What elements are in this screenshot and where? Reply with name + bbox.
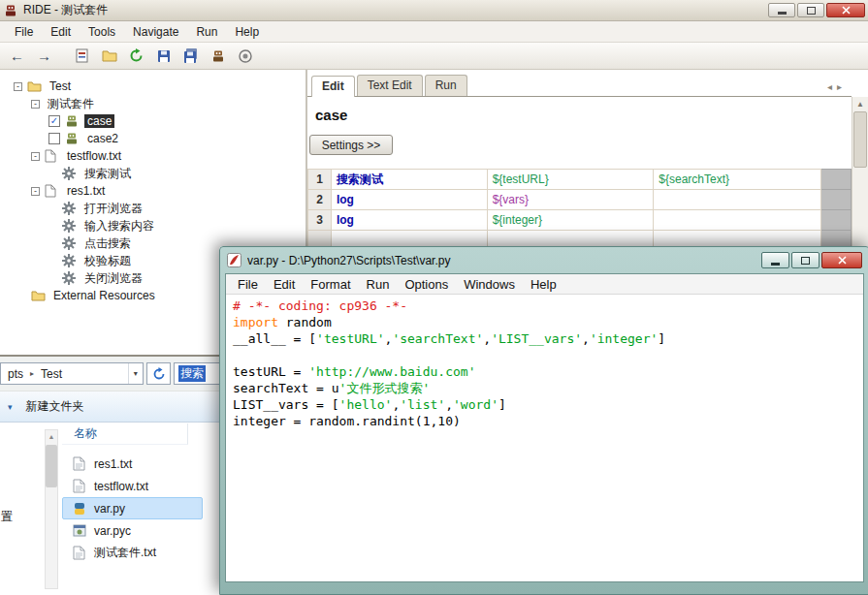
- collapse-icon[interactable]: -: [31, 187, 40, 196]
- file-item[interactable]: 测试套件.txt: [62, 542, 203, 564]
- file-item-selected[interactable]: var.py: [62, 497, 203, 519]
- resource-file-icon: [45, 149, 60, 164]
- menu-edit[interactable]: Edit: [42, 23, 80, 41]
- scroll-up-icon[interactable]: ▲: [852, 97, 868, 110]
- tree-item-testflow[interactable]: - testflow.txt: [0, 147, 305, 165]
- grid-cell-argument[interactable]: ${integer}: [487, 210, 654, 231]
- grid-cell-argument[interactable]: ${searchText}: [654, 170, 821, 190]
- tree-item-keyword[interactable]: 输入搜索内容: [0, 217, 305, 235]
- ride-app-icon: [4, 4, 17, 17]
- ride-titlebar[interactable]: RIDE - 测试套件: [0, 0, 868, 21]
- forward-button[interactable]: →: [32, 46, 56, 67]
- address-breadcrumb[interactable]: pts ▸ Test ▾: [0, 362, 144, 385]
- breadcrumb-segment[interactable]: Test: [34, 367, 69, 381]
- tree-item-label: 搜索测试: [81, 166, 134, 182]
- collapse-icon[interactable]: -: [31, 152, 40, 161]
- column-header-name[interactable]: 名称: [62, 423, 188, 445]
- close-button[interactable]: [826, 3, 865, 17]
- close-button[interactable]: [821, 252, 862, 268]
- collapse-icon[interactable]: -: [31, 100, 40, 109]
- tree-item-case[interactable]: ✓ case: [0, 112, 305, 130]
- save-button[interactable]: [151, 46, 176, 67]
- menu-format[interactable]: Format: [303, 277, 358, 292]
- tree-item-res1[interactable]: - res1.txt: [0, 182, 305, 200]
- minimize-button[interactable]: [768, 3, 795, 17]
- grid-cell-keyword[interactable]: log: [331, 190, 487, 210]
- idle-titlebar[interactable]: var.py - D:\Python27\Scripts\Test\var.py: [225, 247, 864, 273]
- refresh-button[interactable]: [146, 362, 171, 385]
- scroll-up-icon[interactable]: ▲: [46, 430, 57, 443]
- minimize-icon: [771, 263, 780, 266]
- checkbox-checked[interactable]: ✓: [48, 115, 60, 127]
- grid-row-1: 1 搜索测试 ${testURL} ${searchText}: [308, 170, 852, 190]
- nav-scrollbar[interactable]: ▲: [45, 429, 58, 589]
- scrollbar-thumb[interactable]: [853, 111, 867, 168]
- tree-item-case2[interactable]: case2: [0, 130, 305, 147]
- folder-icon: [27, 79, 43, 94]
- new-folder-button[interactable]: 新建文件夹: [26, 398, 84, 415]
- report-button[interactable]: [70, 46, 94, 67]
- grid-cell-empty[interactable]: [654, 190, 821, 210]
- row-number[interactable]: 1: [308, 170, 332, 190]
- run-robot-button[interactable]: [206, 46, 230, 67]
- code-editor[interactable]: # -*- coding: cp936 -*- import random __…: [226, 295, 863, 581]
- row-number[interactable]: 2: [308, 190, 332, 210]
- file-item[interactable]: res1.txt: [62, 453, 203, 475]
- open-button[interactable]: [97, 46, 121, 67]
- folder-icon: [31, 289, 47, 303]
- search-input[interactable]: 搜索: [174, 362, 224, 385]
- nav-item-fragment: 置: [1, 509, 13, 525]
- menu-run[interactable]: Run: [187, 23, 226, 41]
- menu-run[interactable]: Run: [359, 277, 398, 292]
- menu-edit[interactable]: Edit: [266, 277, 303, 292]
- save-all-button[interactable]: [178, 46, 203, 67]
- file-item[interactable]: var.pyc: [62, 519, 203, 542]
- breadcrumb-segment[interactable]: pts: [1, 367, 30, 381]
- record-button[interactable]: [233, 46, 257, 67]
- menu-options[interactable]: Options: [397, 277, 456, 292]
- grid-cell-empty[interactable]: [654, 210, 821, 231]
- reload-button[interactable]: [124, 46, 148, 67]
- idle-window: var.py - D:\Python27\Scripts\Test\var.py…: [219, 246, 868, 595]
- address-dropdown-icon[interactable]: ▾: [128, 363, 143, 384]
- maximize-button[interactable]: [797, 3, 824, 17]
- menu-windows[interactable]: Windows: [456, 277, 523, 292]
- gear-icon: [62, 202, 78, 216]
- menu-help[interactable]: Help: [523, 277, 564, 292]
- menu-navigate[interactable]: Navigate: [124, 23, 187, 41]
- tab-scroll-arrows[interactable]: ◂▸: [827, 81, 847, 92]
- grid-cell-argument[interactable]: ${vars}: [487, 190, 654, 210]
- grid-gray-area: [821, 170, 852, 190]
- grid-cell-argument[interactable]: ${testURL}: [487, 170, 654, 190]
- grid-cell-keyword[interactable]: log: [331, 210, 487, 231]
- maximize-button[interactable]: [791, 252, 820, 268]
- settings-button[interactable]: Settings >>: [309, 135, 393, 155]
- menu-file[interactable]: File: [230, 277, 266, 292]
- file-item[interactable]: testflow.txt: [62, 475, 203, 497]
- minimize-button[interactable]: [761, 252, 789, 268]
- window-title: RIDE - 测试套件: [23, 2, 766, 18]
- tree-item-keyword[interactable]: 打开浏览器: [0, 200, 305, 217]
- back-arrow-icon: ←: [10, 47, 24, 64]
- compiled-python-file-icon: [73, 523, 88, 539]
- menu-help[interactable]: Help: [226, 23, 268, 41]
- collapse-icon[interactable]: -: [14, 82, 22, 91]
- row-number[interactable]: 3: [308, 210, 332, 231]
- menu-file[interactable]: File: [6, 23, 42, 41]
- tree-item-test[interactable]: - Test: [0, 78, 305, 95]
- maximize-icon: [807, 7, 816, 15]
- checkbox-unchecked[interactable]: [48, 133, 60, 144]
- tab-run[interactable]: Run: [425, 75, 467, 96]
- tab-text-edit[interactable]: Text Edit: [357, 75, 423, 96]
- resource-file-icon: [45, 184, 60, 199]
- tree-item-keyword[interactable]: 搜索测试: [0, 165, 305, 182]
- tab-edit[interactable]: Edit: [311, 76, 355, 97]
- chevron-down-icon[interactable]: ▾: [8, 402, 13, 412]
- file-name: res1.txt: [94, 457, 132, 471]
- tree-item-suite[interactable]: - 测试套件: [0, 95, 305, 112]
- scrollbar-thumb[interactable]: [46, 445, 57, 487]
- grid-cell-keyword[interactable]: 搜索测试: [331, 170, 487, 190]
- menu-tools[interactable]: Tools: [80, 23, 124, 41]
- desktop: RIDE - 测试套件 File Edit Tools Navigate Run…: [0, 0, 868, 595]
- back-button[interactable]: ←: [5, 46, 29, 67]
